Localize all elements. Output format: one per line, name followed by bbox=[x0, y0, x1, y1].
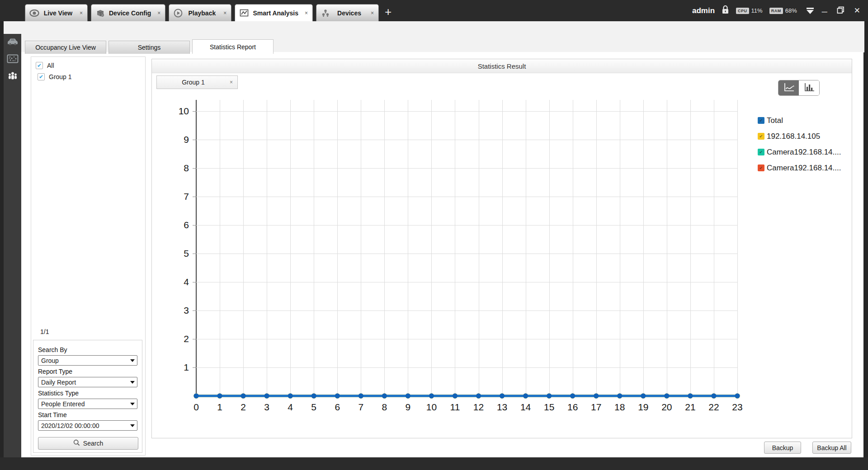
start-time-label: Start Time bbox=[38, 411, 137, 418]
x-tick-label: 7 bbox=[358, 402, 363, 413]
x-tick-label: 5 bbox=[311, 402, 316, 413]
bar-chart-toggle-button[interactable] bbox=[799, 80, 819, 95]
statistics-result-panel: Statistics Result Group 1 × ✔ Total bbox=[151, 59, 852, 438]
window-frame-left bbox=[0, 21, 4, 470]
restore-button[interactable] bbox=[835, 6, 846, 15]
tab-smart-analysis[interactable]: Smart Analysis × bbox=[235, 4, 313, 21]
line-chart-toggle-button[interactable] bbox=[778, 80, 799, 95]
chart-type-toggle bbox=[778, 80, 820, 96]
tab-close-icon[interactable]: × bbox=[302, 10, 308, 16]
data-point bbox=[476, 394, 481, 399]
line-chart-icon bbox=[783, 82, 795, 94]
tab-live-view[interactable]: Live View × bbox=[25, 4, 88, 21]
tab-playback[interactable]: Playback × bbox=[169, 4, 231, 21]
subtab-statistics-report[interactable]: Statistics Report bbox=[192, 39, 274, 54]
y-tick-label: 1 bbox=[184, 362, 189, 373]
data-point bbox=[453, 394, 458, 399]
legend-checkbox-icon[interactable]: ✔ bbox=[758, 164, 764, 171]
report-type-select[interactable]: Daily Report bbox=[38, 377, 137, 387]
legend-checkbox-icon[interactable]: ✔ bbox=[758, 117, 764, 124]
tree-item-label: All bbox=[47, 62, 54, 69]
people-icon bbox=[7, 71, 19, 83]
ram-icon: RAM bbox=[769, 8, 783, 14]
y-axis-tick bbox=[193, 367, 196, 368]
module-sidebar bbox=[4, 34, 21, 457]
result-panel-title: Statistics Result bbox=[478, 62, 526, 70]
chevron-down-icon bbox=[130, 424, 135, 427]
sidebar-item-anpr[interactable] bbox=[4, 34, 21, 51]
tab-device-config[interactable]: Device Config × bbox=[91, 4, 165, 21]
x-tick-label: 1 bbox=[217, 402, 222, 413]
search-button-label: Search bbox=[83, 440, 103, 447]
x-tick-label: 0 bbox=[193, 402, 199, 413]
sidebar-item-people-counting[interactable] bbox=[4, 68, 21, 85]
result-panel-header: Statistics Result bbox=[152, 59, 852, 73]
data-point bbox=[641, 394, 646, 399]
data-point bbox=[359, 394, 363, 399]
y-axis-tick bbox=[193, 339, 196, 339]
gridline-vertical bbox=[737, 100, 738, 396]
result-group-tab[interactable]: Group 1 × bbox=[156, 75, 238, 89]
y-tick-label: 2 bbox=[184, 334, 189, 344]
statistics-type-value: People Entered bbox=[41, 400, 85, 408]
tab-close-icon[interactable]: × bbox=[230, 79, 237, 85]
sidebar-item-heatmap[interactable] bbox=[4, 51, 21, 68]
legend-checkbox-icon[interactable]: ✔ bbox=[758, 149, 764, 155]
search-button[interactable]: Search bbox=[38, 437, 138, 450]
tree-item-group-1[interactable]: ✔ Group 1 bbox=[31, 71, 145, 82]
data-point bbox=[429, 394, 434, 399]
tab-close-icon[interactable]: × bbox=[155, 10, 160, 16]
data-point bbox=[406, 394, 410, 399]
data-point bbox=[688, 394, 693, 399]
data-point bbox=[194, 394, 199, 399]
backup-all-button[interactable]: Backup All bbox=[812, 442, 851, 454]
legend-checkbox-icon[interactable]: ✔ bbox=[758, 133, 764, 140]
bar-chart-icon bbox=[803, 82, 815, 94]
legend-label: Camera192.168.14.... bbox=[767, 164, 841, 173]
tab-close-icon[interactable]: × bbox=[221, 10, 226, 16]
x-tick-label: 10 bbox=[426, 402, 437, 413]
menu-dropdown-icon[interactable] bbox=[807, 8, 814, 14]
x-tick-label: 20 bbox=[661, 402, 672, 413]
y-axis-tick bbox=[193, 111, 196, 112]
data-point bbox=[264, 394, 269, 399]
y-tick-label: 8 bbox=[184, 163, 189, 174]
legend-item[interactable]: ✔ Total bbox=[758, 113, 841, 128]
data-point bbox=[523, 394, 528, 399]
window-frame-right bbox=[863, 21, 868, 470]
tab-close-icon[interactable]: × bbox=[77, 10, 83, 16]
tab-label: Playback bbox=[187, 9, 217, 17]
y-axis-tick bbox=[193, 310, 196, 311]
ram-indicator: RAM 68% bbox=[769, 7, 797, 14]
statistics-type-select[interactable]: People Entered bbox=[38, 399, 137, 409]
x-tick-label: 13 bbox=[497, 402, 507, 413]
checkbox-checked-icon[interactable]: ✔ bbox=[38, 73, 45, 80]
chart-plot: 1234567891001234567891011121314151617181… bbox=[196, 111, 737, 396]
tree-item-label: Group 1 bbox=[49, 73, 72, 80]
tab-close-icon[interactable]: × bbox=[368, 10, 374, 16]
legend-item[interactable]: ✔ 192.168.14.105 bbox=[758, 128, 841, 144]
subtab-occupancy-live-view[interactable]: Occupancy Live View bbox=[25, 41, 106, 54]
backup-button[interactable]: Backup bbox=[764, 442, 801, 454]
checkbox-checked-icon[interactable]: ✔ bbox=[36, 62, 43, 69]
x-tick-label: 2 bbox=[241, 402, 246, 413]
new-tab-button[interactable]: + bbox=[385, 6, 392, 18]
start-time-select[interactable]: 2020/12/02 00:00:00 bbox=[38, 420, 137, 431]
data-point bbox=[382, 394, 387, 399]
lock-icon[interactable] bbox=[722, 5, 729, 16]
tree-item-all[interactable]: ✔ All bbox=[31, 60, 145, 71]
search-by-value: Group bbox=[41, 357, 59, 364]
legend-item[interactable]: ✔ Camera192.168.14.... bbox=[758, 160, 841, 176]
close-button[interactable]: ✕ bbox=[853, 7, 862, 14]
title-bar: Live View × Device Config × Playback × bbox=[0, 0, 868, 21]
legend-item[interactable]: ✔ Camera192.168.14.... bbox=[758, 144, 841, 160]
minimize-button[interactable]: ─ bbox=[821, 8, 829, 16]
group-tree-panel: ✔ All ✔ Group 1 1/1 Search By Group Repo… bbox=[31, 56, 146, 456]
tab-devices[interactable]: Devices × bbox=[316, 4, 379, 21]
data-point bbox=[288, 394, 293, 399]
chevron-down-icon bbox=[130, 403, 135, 405]
subtab-settings[interactable]: Settings bbox=[108, 41, 190, 54]
data-point bbox=[217, 394, 222, 399]
search-by-select[interactable]: Group bbox=[38, 355, 137, 366]
heatmap-grid-icon bbox=[7, 54, 19, 65]
